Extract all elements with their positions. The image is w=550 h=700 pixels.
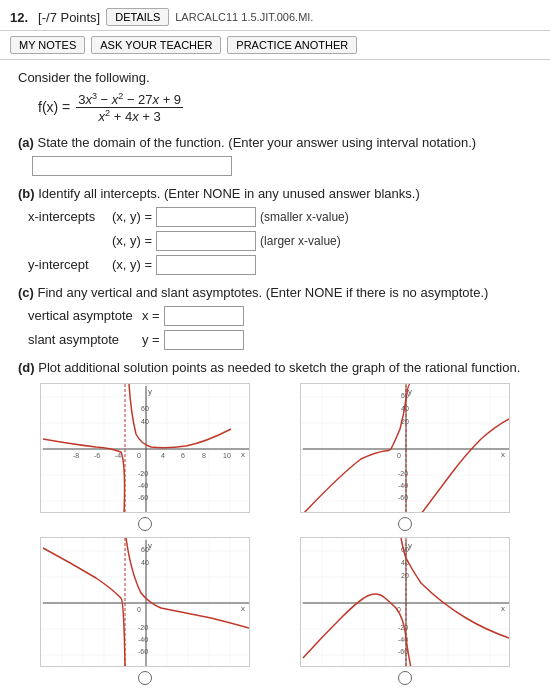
x-intercepts-label: x-intercepts [28, 209, 108, 224]
graph-3[interactable]: y x 0 40 60 -20 -40 -60 [40, 537, 250, 667]
xy-label-1: (x, y) = [112, 209, 152, 224]
graph-radio-4[interactable] [398, 671, 412, 685]
practice-another-button[interactable]: PRACTICE ANOTHER [227, 36, 357, 54]
xy-label-3: (x, y) = [112, 257, 152, 272]
svg-text:-20: -20 [138, 470, 148, 477]
svg-text:-60: -60 [138, 494, 148, 501]
function-display: f(x) = 3x3 − x2 − 27x + 9 x2 + 4x + 3 [38, 91, 532, 125]
domain-input[interactable] [32, 156, 232, 176]
svg-text:40: 40 [141, 559, 149, 566]
graph-radio-2[interactable] [398, 517, 412, 531]
reference-label: LARCALC11 1.5.JIT.006.MI. [175, 11, 313, 23]
svg-text:60: 60 [141, 546, 149, 553]
vertical-asymptote-input[interactable] [164, 306, 244, 326]
svg-text:x: x [241, 450, 245, 459]
points-label: [-/7 Points] [38, 10, 100, 25]
details-button[interactable]: DETAILS [106, 8, 169, 26]
svg-text:-20: -20 [138, 624, 148, 631]
svg-text:20: 20 [401, 572, 409, 579]
my-notes-button[interactable]: MY NOTES [10, 36, 85, 54]
svg-text:-40: -40 [138, 482, 148, 489]
graph-grid-row2: y x 0 40 60 -20 -40 -60 [18, 537, 532, 685]
part-d-label: (d) [18, 360, 35, 375]
top-bar: 12. [-/7 Points] DETAILS LARCALC11 1.5.J… [0, 0, 550, 31]
svg-text:-6: -6 [94, 452, 100, 459]
part-b-question: (b) Identify all intercepts. (Enter NONE… [18, 186, 532, 201]
graph-section: y x 0 -4 -6 -8 4 6 8 10 40 60 -20 -40 [18, 383, 532, 685]
part-d-question: (d) Plot additional solution points as n… [18, 360, 532, 375]
svg-text:60: 60 [141, 405, 149, 412]
svg-text:-20: -20 [398, 470, 408, 477]
graph-svg-2: y x 0 40 60 20 -20 -40 -60 [301, 384, 510, 513]
svg-text:x: x [241, 604, 245, 613]
graph-2[interactable]: y x 0 40 60 20 -20 -40 -60 [300, 383, 510, 513]
x-equals-label: x = [142, 308, 160, 323]
y-intercept-label: y-intercept [28, 257, 108, 272]
x-intercept-smaller-input[interactable] [156, 207, 256, 227]
svg-text:40: 40 [141, 418, 149, 425]
function-fraction: 3x3 − x2 − 27x + 9 x2 + 4x + 3 [76, 91, 183, 125]
part-a-question: (a) State the domain of the function. (E… [18, 135, 532, 150]
svg-text:x: x [501, 450, 505, 459]
part-c-label: (c) [18, 285, 34, 300]
svg-text:y: y [148, 387, 152, 396]
ask-teacher-button[interactable]: ASK YOUR TEACHER [91, 36, 221, 54]
part-a-answer-row [28, 156, 532, 176]
graph-4[interactable]: y x 0 40 60 20 -20 -40 -60 [300, 537, 510, 667]
slant-asymptote-input[interactable] [164, 330, 244, 350]
svg-text:-60: -60 [398, 648, 408, 655]
x-intercept-larger-input[interactable] [156, 231, 256, 251]
svg-text:-60: -60 [138, 648, 148, 655]
graph-svg-1: y x 0 -4 -6 -8 4 6 8 10 40 60 -20 -40 [41, 384, 250, 513]
svg-text:0: 0 [397, 452, 401, 459]
y-intercept-row: y-intercept (x, y) = [28, 255, 532, 275]
graph-svg-4: y x 0 40 60 20 -20 -40 -60 [301, 538, 510, 667]
denominator: x2 + 4x + 3 [97, 108, 163, 124]
y-intercept-input[interactable] [156, 255, 256, 275]
graph-1[interactable]: y x 0 -4 -6 -8 4 6 8 10 40 60 -20 -40 [40, 383, 250, 513]
graph-grid-row1: y x 0 -4 -6 -8 4 6 8 10 40 60 -20 -40 [18, 383, 532, 531]
action-bar: MY NOTES ASK YOUR TEACHER PRACTICE ANOTH… [0, 31, 550, 60]
part-c-question: (c) Find any vertical and slant asymptot… [18, 285, 532, 300]
graph-cell-1: y x 0 -4 -6 -8 4 6 8 10 40 60 -20 -40 [18, 383, 272, 531]
content-area: Consider the following. f(x) = 3x3 − x2 … [0, 60, 550, 695]
svg-text:60: 60 [401, 392, 409, 399]
graph-cell-3: y x 0 40 60 -20 -40 -60 [18, 537, 272, 685]
part-a-label: (a) [18, 135, 34, 150]
smaller-note: (smaller x-value) [260, 210, 349, 224]
x-intercepts-smaller-row: x-intercepts (x, y) = (smaller x-value) [28, 207, 532, 227]
svg-text:6: 6 [181, 452, 185, 459]
vertical-asymptote-row: vertical asymptote x = [28, 306, 532, 326]
slant-asymptote-row: slant asymptote y = [28, 330, 532, 350]
problem-number: 12. [10, 10, 28, 25]
xy-label-2: (x, y) = [112, 233, 152, 248]
graph-radio-1[interactable] [138, 517, 152, 531]
larger-note: (larger x-value) [260, 234, 341, 248]
svg-text:-40: -40 [398, 482, 408, 489]
graph-cell-2: y x 0 40 60 20 -20 -40 -60 [278, 383, 532, 531]
svg-text:4: 4 [161, 452, 165, 459]
consider-text: Consider the following. [18, 70, 532, 85]
numerator: 3x3 − x2 − 27x + 9 [76, 91, 183, 108]
svg-text:8: 8 [202, 452, 206, 459]
svg-text:0: 0 [137, 606, 141, 613]
svg-text:-40: -40 [138, 636, 148, 643]
svg-text:-4: -4 [115, 452, 121, 459]
part-b-label: (b) [18, 186, 35, 201]
svg-text:0: 0 [137, 452, 141, 459]
slant-label: slant asymptote [28, 332, 138, 347]
graph-cell-4: y x 0 40 60 20 -20 -40 -60 [278, 537, 532, 685]
svg-text:x: x [501, 604, 505, 613]
graph-radio-3[interactable] [138, 671, 152, 685]
svg-text:10: 10 [223, 452, 231, 459]
x-intercepts-larger-row: (x, y) = (larger x-value) [28, 231, 532, 251]
svg-text:-8: -8 [73, 452, 79, 459]
graph-svg-3: y x 0 40 60 -20 -40 -60 [41, 538, 250, 667]
svg-text:-60: -60 [398, 494, 408, 501]
y-equals-label: y = [142, 332, 160, 347]
vertical-label: vertical asymptote [28, 308, 138, 323]
